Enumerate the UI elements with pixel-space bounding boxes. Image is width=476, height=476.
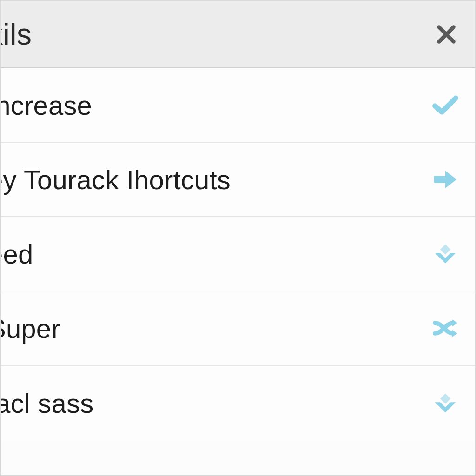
list-item[interactable]: facl sass — [1, 366, 475, 440]
check-icon — [431, 91, 459, 119]
close-icon — [436, 24, 457, 45]
header-title: kils — [1, 17, 32, 52]
list-item-label: eed — [1, 238, 33, 270]
list-item[interactable]: Increase — [1, 68, 475, 143]
shuffle-icon — [431, 314, 459, 342]
close-button[interactable] — [433, 21, 459, 47]
list-item[interactable]: eed — [1, 217, 475, 291]
list: Increase ey Tourack Ihortcuts eed Super — [1, 68, 475, 440]
list-item[interactable]: Super — [1, 291, 475, 366]
chevron-down-icon — [431, 240, 459, 268]
panel: kils Increase ey Tourack Ihortcuts eed — [0, 0, 476, 476]
list-item-label: ey Tourack Ihortcuts — [1, 164, 231, 195]
list-item-label: facl sass — [1, 388, 93, 419]
header: kils — [1, 1, 475, 68]
list-item-label: Increase — [1, 90, 92, 121]
list-item-label: Super — [1, 313, 60, 344]
arrow-right-icon — [431, 165, 459, 193]
list-item[interactable]: ey Tourack Ihortcuts — [1, 143, 475, 217]
chevron-down-icon — [431, 389, 459, 417]
